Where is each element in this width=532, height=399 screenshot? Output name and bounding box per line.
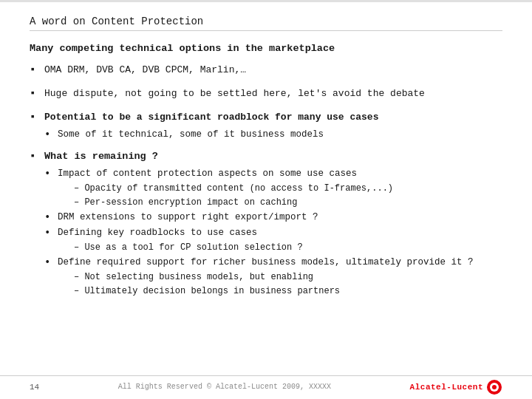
sub-marker-4-3: •: [44, 227, 52, 239]
sub-bullet-4-1: • Impact of content protection aspects o…: [44, 168, 502, 181]
sub-bullet-4-4: • Define required support for richer bus…: [44, 256, 502, 270]
sub-sub-4-1-1: – Opacity of transmitted content (no acc…: [74, 183, 502, 195]
bullet-item-4: ▪ What is remaining ?: [30, 150, 502, 164]
bullet-marker-3: ▪: [30, 111, 38, 123]
bullet-text-3: Potential to be a significant roadblock …: [44, 111, 378, 124]
slide: A word on Content Protection Many compet…: [0, 0, 532, 399]
title-text: A word on Content Protection: [30, 16, 203, 27]
logo-text: Alcatel-Lucent: [410, 383, 483, 392]
footer-copyright: All Rights Reserved © Alcatel-Lucent 200…: [54, 383, 395, 391]
content-area: A word on Content Protection Many compet…: [0, 2, 532, 375]
sub-text-4-3: Defining key roadblocks to use cases: [58, 227, 257, 240]
sub-sub-4-4-2: – Ultimately decision belongs in busines…: [74, 285, 502, 298]
bullet-section-2: ▪ Huge dispute, not going to be settled …: [30, 83, 502, 104]
sub-marker-4-1: •: [44, 168, 52, 180]
bullet-marker-1: ▪: [30, 64, 38, 75]
bottom-area: 14 All Rights Reserved © Alcatel-Lucent …: [0, 375, 532, 399]
sub-text-4-4: Define required support for richer busin…: [58, 256, 474, 270]
subtitle: Many competing technical options in the …: [30, 43, 502, 54]
alcatel-lucent-logo-icon: [486, 379, 502, 395]
subtitle-text: Many competing technical options in the …: [30, 43, 335, 54]
sub-sub-text-4-3-1: – Use as a tool for CP solution selectio…: [74, 242, 303, 254]
page-number: 14: [30, 383, 39, 392]
slide-title: A word on Content Protection: [30, 16, 502, 31]
sub-bullet-4-2: • DRM extensions to support right export…: [44, 211, 502, 225]
sub-marker-4-4: •: [44, 256, 52, 268]
sub-sub-text-4-1-2: – Per-session encryption impact on cachi…: [74, 197, 297, 209]
sub-sub-4-4-1: – Not selecting business models, but ena…: [74, 271, 502, 284]
sub-text-4-2: DRM extensions to support right export/i…: [58, 211, 318, 225]
sub-sub-text-4-4-2: – Ultimately decision belongs in busines…: [74, 285, 340, 298]
sub-text-4-1: Impact of content protection aspects on …: [58, 168, 357, 181]
bullet-marker-2: ▪: [30, 87, 38, 99]
logo-area: Alcatel-Lucent: [410, 379, 502, 395]
sub-sub-text-4-4-1: – Not selecting business models, but ena…: [74, 271, 313, 284]
bullet-item-1: ▪ OMA DRM, DVB CA, DVB CPCM, Marlin,…: [30, 64, 502, 77]
bullet-text-2: Huge dispute, not going to be settled he…: [44, 87, 425, 100]
sub-marker-3-1: •: [44, 129, 52, 140]
sub-bullet-3-1: • Some of it technical, some of it busin…: [44, 129, 502, 142]
bullet-section-3: ▪ Potential to be a significant roadbloc…: [30, 107, 502, 143]
sub-marker-4-2: •: [44, 211, 52, 223]
bullet-text-1: OMA DRM, DVB CA, DVB CPCM, Marlin,…: [44, 64, 246, 77]
bullet-marker-4: ▪: [30, 150, 38, 162]
sub-sub-4-3-1: – Use as a tool for CP solution selectio…: [74, 242, 502, 254]
bullet-section-1: ▪ OMA DRM, DVB CA, DVB CPCM, Marlin,…: [30, 60, 502, 81]
sub-text-3-1: Some of it technical, some of it busines…: [58, 129, 324, 142]
sub-sub-text-4-1-1: – Opacity of transmitted content (no acc…: [74, 183, 393, 195]
bullet-item-3: ▪ Potential to be a significant roadbloc…: [30, 111, 502, 124]
bullet-text-4: What is remaining ?: [44, 150, 158, 164]
sub-bullet-4-3: • Defining key roadblocks to use cases: [44, 227, 502, 240]
bullet-section-4: ▪ What is remaining ? • Impact of conten…: [30, 146, 502, 299]
svg-point-2: [492, 385, 497, 389]
bullet-item-2: ▪ Huge dispute, not going to be settled …: [30, 87, 502, 100]
sub-sub-4-1-2: – Per-session encryption impact on cachi…: [74, 197, 502, 209]
